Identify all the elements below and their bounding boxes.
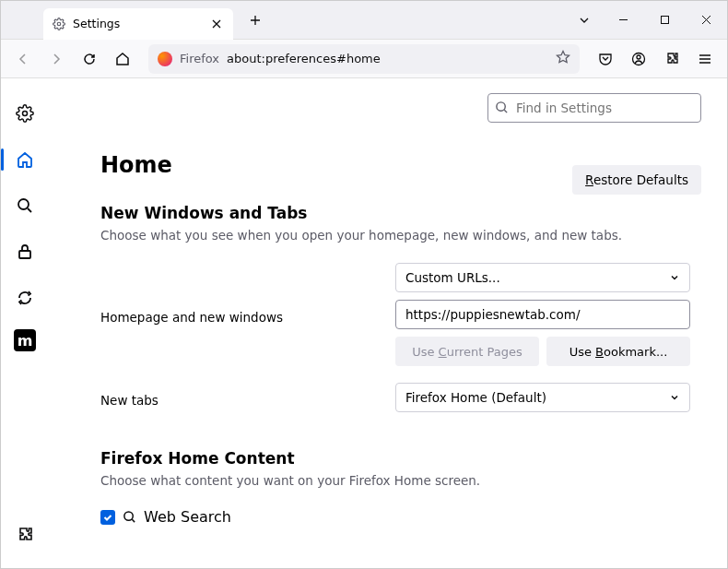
svg-point-4 [497,102,505,111]
search-icon [16,196,34,215]
tab-title: Settings [73,17,202,30]
minimize-icon [618,15,628,25]
firefox-logo-icon [158,52,172,66]
minimize-button[interactable] [603,2,644,39]
titlebar: Settings [1,1,727,40]
search-icon [123,510,136,524]
restore-defaults-button[interactable]: Restore Defaults [572,165,701,195]
puzzle-icon [16,526,34,544]
svg-rect-7 [19,251,30,258]
homepage-url-input[interactable] [395,300,690,329]
account-button[interactable] [624,44,653,74]
sidebar-privacy[interactable] [10,237,40,267]
newtabs-select[interactable]: Firefox Home (Default) [395,383,690,412]
plus-icon [249,14,262,27]
home-icon [115,52,130,66]
search-icon [495,101,509,114]
settings-main: Restore Defaults Home New Windows and Ta… [49,78,727,568]
svg-point-3 [637,55,640,59]
homepage-label: Homepage and new windows [100,304,395,325]
url-path: about:preferences#home [227,52,381,65]
svg-point-6 [18,199,29,209]
websearch-label: Web Search [144,508,231,526]
check-icon [102,512,113,523]
use-bookmark-button[interactable]: Use Bookmark... [546,337,690,366]
close-tab-button[interactable] [209,17,224,31]
section-heading: New Windows and Tabs [100,204,705,222]
maximize-icon [660,15,670,25]
home-button[interactable] [108,44,137,74]
close-icon [211,18,222,30]
pocket-button[interactable] [591,44,620,74]
sidebar-extensions[interactable] [10,520,40,550]
svg-point-0 [57,22,61,26]
home-icon [16,150,34,169]
forward-button[interactable] [41,44,71,74]
url-bar[interactable]: Firefox about:preferences#home [148,44,580,74]
chevron-down-icon [669,272,680,283]
toolbar: Firefox about:preferences#home [1,40,727,78]
chevron-down-icon [669,392,680,403]
puzzle-icon [664,52,679,66]
use-current-pages-button[interactable]: Use Current Pages [395,337,539,366]
sidebar-home[interactable] [10,145,40,174]
new-tab-button[interactable] [242,7,268,33]
close-window-button[interactable] [686,2,727,39]
svg-point-8 [124,512,133,520]
newtabs-label: New tabs [100,387,395,408]
window-controls [603,2,727,39]
select-value: Firefox Home (Default) [405,390,546,405]
reload-icon [82,52,97,66]
browser-tab[interactable]: Settings [43,8,233,40]
pocket-icon [598,52,613,66]
sync-icon [16,289,34,307]
arrow-left-icon [16,52,30,66]
bookmark-star-button[interactable] [556,50,570,68]
select-value: Custom URLs... [405,270,500,285]
url-prefix: Firefox [180,52,219,65]
lock-icon [16,243,34,261]
sidebar-general[interactable] [10,99,40,128]
svg-rect-1 [662,17,669,24]
gear-icon [16,104,34,123]
hamburger-icon [698,52,712,66]
settings-sidebar: m [1,78,49,568]
extensions-button[interactable] [657,44,687,74]
star-icon [556,50,570,65]
svg-point-5 [23,112,28,116]
section-description: Choose what content you want on your Fir… [100,473,705,488]
find-input[interactable] [487,93,701,123]
account-icon [631,52,646,66]
close-icon [701,15,711,25]
chevron-down-icon [578,14,591,27]
maximize-button[interactable] [644,2,686,39]
find-in-settings [487,93,701,123]
app-menu-button[interactable] [690,44,720,74]
section-description: Choose what you see when you open your h… [100,228,705,243]
sidebar-more-mozilla[interactable]: m [14,329,36,351]
sidebar-search[interactable] [10,191,40,220]
back-button[interactable] [8,44,38,74]
homepage-select[interactable]: Custom URLs... [395,263,690,292]
section-heading: Firefox Home Content [100,449,705,468]
tabs-dropdown-button[interactable] [566,14,603,27]
reload-button[interactable] [75,44,104,74]
sidebar-sync[interactable] [10,283,40,313]
arrow-right-icon [49,52,64,66]
gear-icon [53,18,65,30]
websearch-checkbox[interactable] [100,510,115,525]
